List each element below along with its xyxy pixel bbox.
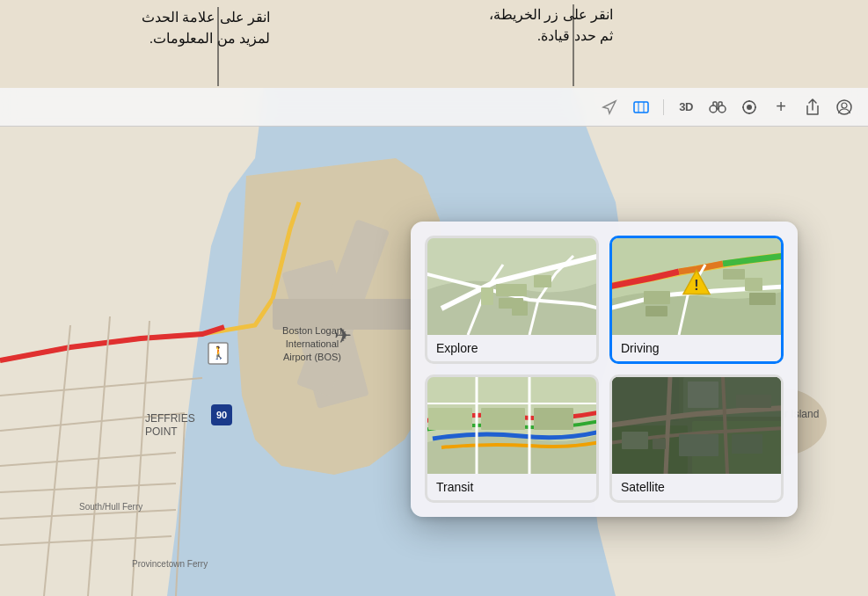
toolbar-divider-1 <box>663 99 664 115</box>
svg-rect-2 <box>634 102 648 113</box>
explore-thumbnail <box>427 238 596 335</box>
svg-text:JEFFRIES: JEFFRIES <box>145 412 195 425</box>
account-button[interactable] <box>835 98 854 117</box>
svg-text:🚶: 🚶 <box>211 345 227 360</box>
map-container[interactable]: ✈ 90 JEFFRIES POINT Boston Logan Interna… <box>0 88 868 596</box>
toolbar: 3D + <box>0 88 868 127</box>
svg-rect-42 <box>496 284 527 296</box>
transit-thumbnail <box>427 377 596 474</box>
3d-label: 3D <box>679 100 693 113</box>
svg-rect-46 <box>512 302 528 316</box>
share-button[interactable] <box>803 98 822 117</box>
satellite-card[interactable]: Satellite <box>609 374 784 503</box>
svg-text:POINT: POINT <box>145 425 178 438</box>
svg-text:!: ! <box>694 278 698 293</box>
svg-rect-65 <box>622 432 648 449</box>
add-button[interactable]: + <box>771 98 791 117</box>
warning-badge: ! <box>681 267 712 299</box>
svg-rect-57 <box>534 408 573 430</box>
binoculars-icon[interactable] <box>708 98 727 117</box>
svg-text:Boston Logan: Boston Logan <box>282 325 342 336</box>
location-arrow-icon[interactable] <box>600 98 619 117</box>
svg-text:90: 90 <box>216 410 227 420</box>
annotation-area: انقر على علامة الحدث لمزيد من المعلومات.… <box>0 0 868 88</box>
location-dot-button[interactable] <box>740 98 759 117</box>
svg-rect-50 <box>723 269 745 280</box>
svg-point-12 <box>842 103 847 108</box>
right-callout-line1: انقر على زر الخريطة، <box>489 7 613 22</box>
satellite-thumbnail <box>612 377 781 474</box>
svg-rect-52 <box>749 293 776 305</box>
satellite-label: Satellite <box>612 474 781 500</box>
svg-rect-48 <box>644 291 670 304</box>
svg-text:International: International <box>286 338 339 349</box>
explore-card[interactable]: Explore <box>425 236 599 364</box>
svg-point-6 <box>747 105 752 110</box>
svg-rect-70 <box>688 382 718 408</box>
driving-thumbnail: ! <box>612 238 781 335</box>
transit-label: Transit <box>427 474 596 500</box>
svg-rect-69 <box>736 395 771 408</box>
left-callout-line1: انقر على علامة الحدث <box>142 10 270 25</box>
explore-label: Explore <box>427 335 596 361</box>
svg-text:Provincetown Ferry: Provincetown Ferry <box>132 559 208 569</box>
svg-rect-45 <box>534 275 551 287</box>
transit-card[interactable]: Transit <box>425 374 599 503</box>
3d-button[interactable]: 3D <box>676 98 696 117</box>
left-callout: انقر على علامة الحدث لمزيد من المعلومات. <box>142 7 270 49</box>
right-callout-line2: ثم حدد قيادة. <box>537 28 613 43</box>
svg-rect-49 <box>646 306 667 316</box>
map-type-popup: Explore <box>411 222 798 517</box>
svg-text:South/Hull Ferry: South/Hull Ferry <box>79 502 142 512</box>
svg-text:Airport (BOS): Airport (BOS) <box>283 352 341 362</box>
svg-rect-68 <box>732 434 762 454</box>
svg-point-3 <box>710 105 717 113</box>
svg-rect-56 <box>481 408 525 430</box>
svg-rect-66 <box>653 439 666 449</box>
driving-label: Driving <box>612 335 781 361</box>
svg-rect-67 <box>679 434 718 456</box>
svg-point-4 <box>718 105 726 113</box>
annotation-lines <box>0 0 868 88</box>
map-type-button[interactable] <box>631 98 651 117</box>
svg-rect-58 <box>428 408 472 430</box>
svg-rect-44 <box>481 287 493 305</box>
left-callout-line2: لمزيد من المعلومات. <box>150 31 270 46</box>
driving-card[interactable]: ! Driving <box>609 236 784 364</box>
right-callout: انقر على زر الخريطة، ثم حدد قيادة. <box>489 4 613 47</box>
svg-rect-51 <box>745 278 762 291</box>
